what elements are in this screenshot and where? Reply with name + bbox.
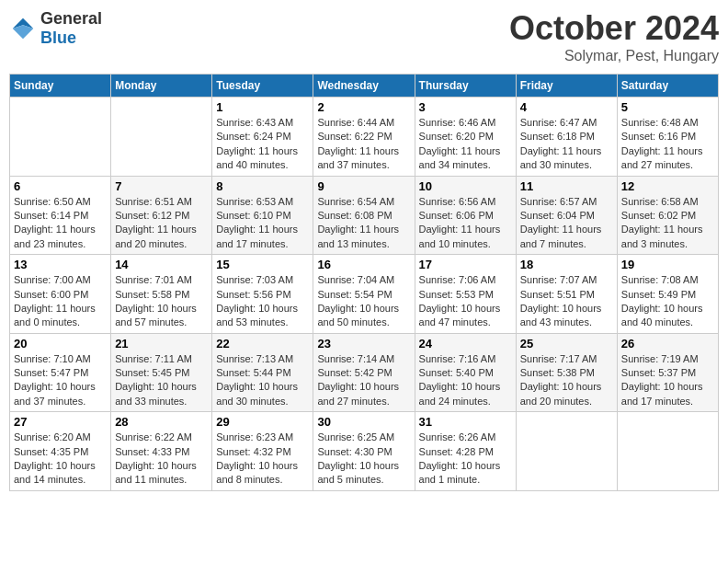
day-number: 13	[14, 258, 107, 271]
weekday-header-sunday: Sunday	[10, 75, 111, 98]
calendar-cell	[111, 98, 212, 177]
calendar-cell: 21Sunrise: 7:11 AM Sunset: 5:45 PM Dayli…	[111, 333, 212, 412]
day-number: 10	[419, 179, 512, 193]
day-info: Sunrise: 7:14 AM Sunset: 5:42 PM Dayligh…	[317, 352, 410, 409]
calendar-cell: 6Sunrise: 6:50 AM Sunset: 6:14 PM Daylig…	[10, 176, 111, 255]
calendar-table: SundayMondayTuesdayWednesdayThursdayFrid…	[9, 74, 719, 491]
day-info: Sunrise: 7:16 AM Sunset: 5:40 PM Dayligh…	[419, 352, 512, 409]
weekday-header-friday: Friday	[516, 75, 617, 98]
day-info: Sunrise: 7:04 AM Sunset: 5:54 PM Dayligh…	[317, 273, 410, 330]
day-number: 16	[317, 258, 410, 271]
day-info: Sunrise: 7:08 AM Sunset: 5:49 PM Dayligh…	[621, 273, 714, 330]
calendar-cell: 15Sunrise: 7:03 AM Sunset: 5:56 PM Dayli…	[212, 255, 313, 334]
day-info: Sunrise: 6:53 AM Sunset: 6:10 PM Dayligh…	[216, 195, 309, 252]
location-title: Solymar, Pest, Hungary	[509, 48, 719, 64]
weekday-header-saturday: Saturday	[617, 75, 718, 98]
calendar-cell: 9Sunrise: 6:54 AM Sunset: 6:08 PM Daylig…	[313, 176, 415, 255]
calendar-cell: 23Sunrise: 7:14 AM Sunset: 5:42 PM Dayli…	[313, 333, 415, 412]
day-info: Sunrise: 7:03 AM Sunset: 5:56 PM Dayligh…	[216, 273, 309, 330]
calendar-cell: 30Sunrise: 6:25 AM Sunset: 4:30 PM Dayli…	[313, 412, 415, 491]
day-info: Sunrise: 6:20 AM Sunset: 4:35 PM Dayligh…	[14, 431, 107, 488]
month-title: October 2024	[509, 9, 719, 48]
day-number: 24	[419, 337, 512, 350]
weekday-header-wednesday: Wednesday	[313, 75, 415, 98]
calendar-cell: 13Sunrise: 7:00 AM Sunset: 6:00 PM Dayli…	[10, 255, 111, 334]
day-number: 25	[520, 337, 613, 350]
day-info: Sunrise: 7:07 AM Sunset: 5:51 PM Dayligh…	[520, 273, 613, 330]
day-info: Sunrise: 6:57 AM Sunset: 6:04 PM Dayligh…	[520, 195, 613, 252]
calendar-cell: 4Sunrise: 6:47 AM Sunset: 6:18 PM Daylig…	[516, 98, 617, 177]
day-number: 9	[317, 179, 410, 193]
day-number: 4	[520, 100, 613, 114]
title-block: October 2024 Solymar, Pest, Hungary	[509, 9, 719, 64]
day-info: Sunrise: 6:23 AM Sunset: 4:32 PM Dayligh…	[216, 431, 309, 488]
day-number: 12	[621, 179, 714, 193]
calendar-cell: 11Sunrise: 6:57 AM Sunset: 6:04 PM Dayli…	[516, 176, 617, 255]
weekday-header-tuesday: Tuesday	[212, 75, 313, 98]
day-info: Sunrise: 6:46 AM Sunset: 6:20 PM Dayligh…	[419, 116, 512, 173]
day-info: Sunrise: 6:22 AM Sunset: 4:33 PM Dayligh…	[115, 431, 208, 488]
day-info: Sunrise: 6:50 AM Sunset: 6:14 PM Dayligh…	[14, 195, 107, 252]
day-info: Sunrise: 6:26 AM Sunset: 4:28 PM Dayligh…	[419, 431, 512, 488]
weekday-header-thursday: Thursday	[415, 75, 516, 98]
day-number: 1	[216, 100, 309, 114]
day-number: 8	[216, 179, 309, 193]
day-info: Sunrise: 7:06 AM Sunset: 5:53 PM Dayligh…	[419, 273, 512, 330]
day-number: 14	[115, 258, 208, 271]
day-number: 15	[216, 258, 309, 271]
day-number: 19	[621, 258, 714, 271]
page-header: General Blue October 2024 Solymar, Pest,…	[9, 9, 719, 64]
day-number: 3	[419, 100, 512, 114]
calendar-cell: 12Sunrise: 6:58 AM Sunset: 6:02 PM Dayli…	[617, 176, 718, 255]
day-number: 17	[419, 258, 512, 271]
day-info: Sunrise: 6:48 AM Sunset: 6:16 PM Dayligh…	[621, 116, 714, 173]
calendar-cell: 16Sunrise: 7:04 AM Sunset: 5:54 PM Dayli…	[313, 255, 415, 334]
day-number: 20	[14, 337, 107, 350]
day-number: 11	[520, 179, 613, 193]
day-info: Sunrise: 6:44 AM Sunset: 6:22 PM Dayligh…	[317, 116, 410, 173]
calendar-cell: 29Sunrise: 6:23 AM Sunset: 4:32 PM Dayli…	[212, 412, 313, 491]
calendar-header-row: SundayMondayTuesdayWednesdayThursdayFrid…	[10, 75, 719, 98]
day-number: 2	[317, 100, 410, 114]
day-number: 30	[317, 415, 410, 429]
weekday-header-monday: Monday	[111, 75, 212, 98]
calendar-cell: 24Sunrise: 7:16 AM Sunset: 5:40 PM Dayli…	[415, 333, 516, 412]
calendar-cell: 20Sunrise: 7:10 AM Sunset: 5:47 PM Dayli…	[10, 333, 111, 412]
calendar-cell	[516, 412, 617, 491]
day-info: Sunrise: 6:25 AM Sunset: 4:30 PM Dayligh…	[317, 431, 410, 488]
calendar-week-row-4: 20Sunrise: 7:10 AM Sunset: 5:47 PM Dayli…	[10, 333, 719, 412]
calendar-cell: 26Sunrise: 7:19 AM Sunset: 5:37 PM Dayli…	[617, 333, 718, 412]
calendar-cell: 18Sunrise: 7:07 AM Sunset: 5:51 PM Dayli…	[516, 255, 617, 334]
day-number: 21	[115, 337, 208, 350]
calendar-week-row-3: 13Sunrise: 7:00 AM Sunset: 6:00 PM Dayli…	[10, 255, 719, 334]
day-info: Sunrise: 6:56 AM Sunset: 6:06 PM Dayligh…	[419, 195, 512, 252]
calendar-cell: 27Sunrise: 6:20 AM Sunset: 4:35 PM Dayli…	[10, 412, 111, 491]
day-info: Sunrise: 6:43 AM Sunset: 6:24 PM Dayligh…	[216, 116, 309, 173]
logo-icon	[9, 15, 37, 42]
day-number: 27	[14, 415, 107, 429]
day-info: Sunrise: 7:10 AM Sunset: 5:47 PM Dayligh…	[14, 352, 107, 409]
calendar-cell: 1Sunrise: 6:43 AM Sunset: 6:24 PM Daylig…	[212, 98, 313, 177]
day-info: Sunrise: 7:11 AM Sunset: 5:45 PM Dayligh…	[115, 352, 208, 409]
day-number: 22	[216, 337, 309, 350]
logo: General Blue	[9, 9, 102, 48]
calendar-cell: 25Sunrise: 7:17 AM Sunset: 5:38 PM Dayli…	[516, 333, 617, 412]
calendar-cell: 10Sunrise: 6:56 AM Sunset: 6:06 PM Dayli…	[415, 176, 516, 255]
day-number: 29	[216, 415, 309, 429]
day-number: 6	[14, 179, 107, 193]
day-info: Sunrise: 6:47 AM Sunset: 6:18 PM Dayligh…	[520, 116, 613, 173]
day-number: 28	[115, 415, 208, 429]
day-info: Sunrise: 6:54 AM Sunset: 6:08 PM Dayligh…	[317, 195, 410, 252]
logo-blue: Blue	[40, 29, 76, 47]
calendar-cell: 22Sunrise: 7:13 AM Sunset: 5:44 PM Dayli…	[212, 333, 313, 412]
calendar-cell	[10, 98, 111, 177]
day-number: 23	[317, 337, 410, 350]
day-info: Sunrise: 7:01 AM Sunset: 5:58 PM Dayligh…	[115, 273, 208, 330]
day-info: Sunrise: 7:19 AM Sunset: 5:37 PM Dayligh…	[621, 352, 714, 409]
day-number: 5	[621, 100, 714, 114]
calendar-cell: 17Sunrise: 7:06 AM Sunset: 5:53 PM Dayli…	[415, 255, 516, 334]
calendar-cell: 8Sunrise: 6:53 AM Sunset: 6:10 PM Daylig…	[212, 176, 313, 255]
calendar-cell: 28Sunrise: 6:22 AM Sunset: 4:33 PM Dayli…	[111, 412, 212, 491]
day-number: 26	[621, 337, 714, 350]
day-info: Sunrise: 6:51 AM Sunset: 6:12 PM Dayligh…	[115, 195, 208, 252]
